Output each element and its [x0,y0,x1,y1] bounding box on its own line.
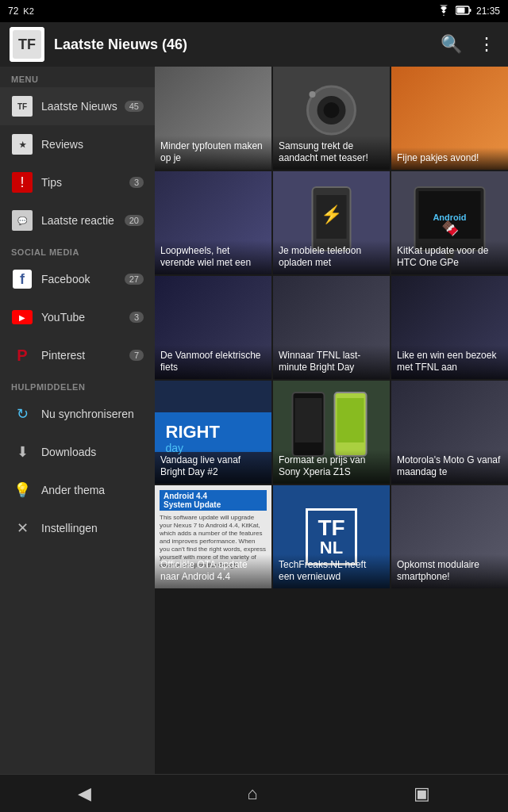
settings-icon: ✕ [11,517,33,539]
downloads-label: Downloads [41,446,144,458]
laatste-nieuws-badge: 45 [125,101,144,112]
sidebar-item-laatste-nieuws[interactable]: TF Laatste Nieuws 45 [0,87,155,125]
status-left: 72 K2 [8,6,34,17]
tips-label: Tips [41,176,129,189]
sidebar-item-synchroniseren[interactable]: ↻ Nu synchroniseren [0,395,155,433]
sidebar-item-pinterest[interactable]: P Pinterest 7 [0,336,155,374]
svg-rect-29 [337,398,364,442]
instellingen-label: Instellingen [41,522,144,534]
svg-rect-1 [456,7,464,13]
synchroniseren-label: Nu synchroniseren [41,408,144,420]
wifi-icon [437,5,451,18]
laatste-reacties-icon: 💬 [11,209,33,232]
search-button[interactable]: 🔍 [437,31,465,58]
overflow-menu-button[interactable]: ⋮ [475,31,498,58]
download-icon: ⬇ [11,441,33,463]
grid-caption-1: Minder typfouten maken op je [155,136,271,170]
sidebar-item-youtube[interactable]: ▶ YouTube 3 [0,298,155,336]
grid-caption-6: KitKat update voor de HTC One GPe [391,240,508,274]
youtube-icon: ▶ [11,306,33,328]
back-button[interactable]: ◀ [62,779,107,809]
grid-item-3[interactable]: Fijne pakjes avond! [391,67,508,170]
hulpmiddelen-section-label: HULPMIDDELEN [0,374,155,395]
grid-item-14[interactable]: TF NL TechFreaks.NL heeft een vernieuwd [273,485,390,588]
grid-caption-7: De Vanmoof elektrische fiets [155,345,271,379]
sidebar-item-ander-thema[interactable]: 💡 Ander thema [0,471,155,509]
grid-item-10[interactable]: RIGHT day Vandaag live vanaf Bright Day … [155,381,271,484]
menu-section-label: MENU [0,67,155,87]
status-bar: 72 K2 21:35 [0,0,508,22]
time: 21:35 [476,6,500,17]
grid-item-15[interactable]: Opkomst modulaire smartphone! [391,485,508,588]
svg-point-9 [324,102,340,118]
grid-caption-3: Fijne pakjes avond! [391,147,508,170]
grid-caption-5: Je mobiele telefoon opladen met [273,240,390,274]
svg-rect-27 [295,398,322,442]
grid-item-6[interactable]: Android 🍫 KitKat update voor de HTC One … [391,171,508,274]
grid-caption-10: Vandaag live vanaf Bright Day #2 [155,450,271,484]
pinterest-badge: 7 [129,350,144,361]
grid-caption-11: Formaat en prijs van Sony Xperia Z1S [273,450,390,484]
facebook-icon: f [11,268,33,290]
youtube-badge: 3 [129,312,144,323]
svg-text:🍫: 🍫 [441,220,460,237]
social-section-label: SOCIAL MEDIA [0,239,155,260]
grid-caption-14: TechFreaks.NL heeft een vernieuwd [273,554,390,588]
battery-text: 72 [8,6,18,17]
sidebar-item-instellingen[interactable]: ✕ Instellingen [0,509,155,547]
reviews-icon: ★ [11,133,33,155]
grid-item-12[interactable]: Motorola's Moto G vanaf maandag te [391,381,508,484]
sidebar: MENU TF Laatste Nieuws 45 ★ Reviews ! Ti… [0,67,155,774]
app-bar: TF Laatste Nieuws (46) 🔍 ⋮ [0,22,508,67]
app-logo: TF [10,27,44,62]
bottom-nav: ◀ ⌂ ▣ [0,774,508,812]
sidebar-item-downloads[interactable]: ⬇ Downloads [0,433,155,471]
grid-item-9[interactable]: Like en win een bezoek met TFNL aan [391,276,508,379]
facebook-badge: 27 [125,274,144,285]
sidebar-item-reviews[interactable]: ★ Reviews [0,125,155,163]
k2-icon: K2 [23,6,33,16]
theme-icon: 💡 [11,479,33,501]
pinterest-icon: P [11,344,33,366]
content-area: Minder typfouten maken op je Samsung tre… [155,67,508,774]
sidebar-item-facebook[interactable]: f Facebook 27 [0,260,155,298]
grid-caption-13: Officiële OTA update naar Android 4.4 [155,554,271,588]
sidebar-item-laatste-reacties[interactable]: 💬 Laatste reactie 20 [0,201,155,239]
svg-text:⚡: ⚡ [321,204,343,225]
grid-caption-9: Like en win een bezoek met TFNL aan [391,345,508,379]
laatste-reacties-badge: 20 [125,215,144,226]
status-right: 21:35 [437,5,500,18]
grid-caption-2: Samsung trekt de aandacht met teaser! [273,136,390,170]
grid-item-7[interactable]: De Vanmoof elektrische fiets [155,276,271,379]
grid-item-11[interactable]: Formaat en prijs van Sony Xperia Z1S [273,381,390,484]
grid-caption-8: Winnaar TFNL last-minute Bright Day [273,345,390,379]
youtube-label: YouTube [41,311,129,324]
recents-button[interactable]: ▣ [398,779,446,809]
grid-caption-15: Opkomst modulaire smartphone! [391,554,508,588]
grid-item-5[interactable]: ⚡ Je mobiele telefoon opladen met [273,171,390,274]
sync-icon: ↻ [11,403,33,425]
reviews-label: Reviews [41,138,144,151]
laatste-reacties-label: Laatste reactie [41,214,125,227]
grid-item-2[interactable]: Samsung trekt de aandacht met teaser! [273,67,390,170]
news-grid: Minder typfouten maken op je Samsung tre… [155,67,508,588]
main-layout: MENU TF Laatste Nieuws 45 ★ Reviews ! Ti… [0,67,508,774]
laatste-nieuws-label: Laatste Nieuws [41,100,125,113]
grid-item-1[interactable]: Minder typfouten maken op je [155,67,271,170]
grid-item-8[interactable]: Winnaar TFNL last-minute Bright Day [273,276,390,379]
svg-text:TF: TF [18,36,36,52]
pinterest-label: Pinterest [41,349,129,362]
svg-rect-2 [469,9,471,12]
app-title: Laatste Nieuws (46) [54,36,428,53]
sidebar-item-tips[interactable]: ! Tips 3 [0,163,155,201]
grid-item-13[interactable]: Android 4.4System Update This software u… [155,485,271,588]
grid-caption-12: Motorola's Moto G vanaf maandag te [391,450,508,484]
ander-thema-label: Ander thema [41,484,144,496]
home-button[interactable]: ⌂ [231,779,273,809]
svg-point-10 [310,91,316,98]
svg-text:RIGHT: RIGHT [166,422,221,442]
grid-item-4[interactable]: Loopwheels, het verende wiel met een [155,171,271,274]
laatste-nieuws-icon: TF [11,95,33,117]
tips-badge: 3 [129,177,144,188]
facebook-label: Facebook [41,273,125,285]
